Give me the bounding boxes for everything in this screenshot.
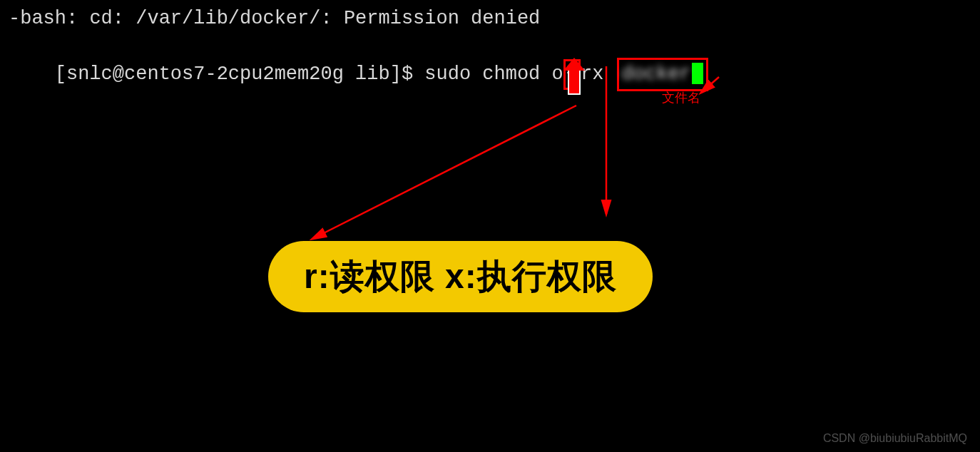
filename-blurred: docker <box>622 61 691 88</box>
terminal-prompt: [snlc@centos7-2cpu2mem20g lib]$ <box>55 63 424 85</box>
terminal-cursor <box>692 63 703 84</box>
arrow-to-badge-left <box>312 106 576 239</box>
command-text-2: rx <box>581 63 616 85</box>
terminal-output: -bash: cd: /var/lib/docker/: Permission … <box>0 0 980 122</box>
plus-char: + <box>566 63 578 85</box>
command-text-1: sudo chmod o <box>424 63 563 85</box>
plus-highlight-box: + <box>563 59 581 91</box>
terminal-line-error: -bash: cd: /var/lib/docker/: Permission … <box>9 6 971 33</box>
permissions-explanation-badge: r:读权限 x:执行权限 <box>268 241 653 312</box>
terminal-line-command: [snlc@centos7-2cpu2mem20g lib]$ sudo chm… <box>9 33 971 116</box>
filename-highlight-box: docker <box>617 58 708 92</box>
watermark-text: CSDN @biubiubiuRabbitMQ <box>823 432 967 445</box>
